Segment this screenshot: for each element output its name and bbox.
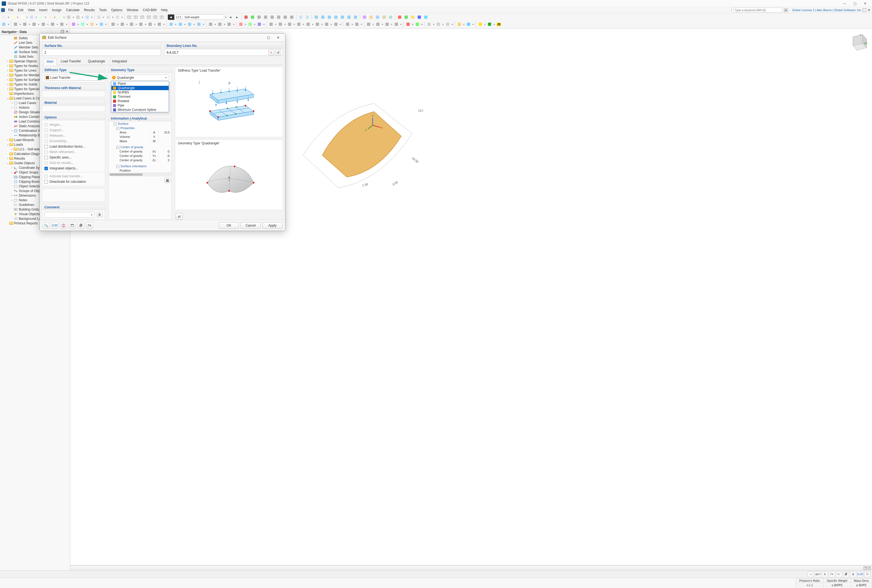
menu-options[interactable]: Options	[109, 8, 125, 12]
toolbar-button[interactable]	[110, 21, 116, 27]
toolbar-button[interactable]	[416, 14, 422, 20]
toolbar-button[interactable]	[217, 21, 223, 27]
toolbar-button[interactable]	[388, 14, 394, 20]
maximize-button[interactable]: ▢	[849, 0, 860, 7]
toolbar-button[interactable]	[226, 21, 232, 27]
menu-tools[interactable]: Tools	[97, 8, 109, 12]
toolbar-button[interactable]	[426, 21, 432, 27]
toolbar-button[interactable]	[313, 14, 319, 20]
toolbar-button[interactable]	[84, 14, 90, 20]
btm-btn-8[interactable]: 0,00	[857, 572, 863, 577]
toolbar-button[interactable]	[269, 14, 275, 20]
navigator-float-icon[interactable]: ❐	[61, 30, 64, 33]
toolbar-button[interactable]	[12, 21, 18, 27]
toolbar-button[interactable]	[177, 21, 183, 27]
toolbar-button[interactable]	[247, 21, 253, 27]
toolbar-button[interactable]	[56, 14, 62, 20]
menu-calculate[interactable]: Calculate	[64, 8, 82, 12]
toolbar-button[interactable]	[296, 21, 302, 27]
toolbar-button[interactable]	[238, 21, 244, 27]
toolbar-button[interactable]	[50, 21, 56, 27]
toolbar-button[interactable]	[282, 14, 288, 20]
dialog-close-button[interactable]: ✕	[273, 34, 283, 41]
toolbar-button[interactable]	[38, 14, 44, 20]
minimize-button[interactable]: —	[839, 0, 849, 7]
toolbar-button[interactable]	[381, 14, 387, 20]
toolbar-button[interactable]	[324, 21, 330, 27]
toolbar-button[interactable]	[98, 21, 104, 27]
geometry-option-rotated[interactable]: Rotated	[111, 99, 169, 103]
geometry-type-dropdown[interactable]: PlaneQuadrangleNURBSTrimmedRotatedPipeMi…	[111, 81, 169, 112]
toolbar-button[interactable]	[156, 21, 162, 27]
toolbar-button[interactable]	[326, 14, 332, 20]
toolbar-button[interactable]	[410, 14, 416, 20]
toolbar-button[interactable]	[243, 14, 249, 20]
foot-icon-3[interactable]	[60, 222, 67, 229]
toolbar-button[interactable]	[196, 21, 202, 27]
menu-file[interactable]: File	[6, 8, 15, 12]
btm-btn-9[interactable]: 🗩	[864, 572, 870, 577]
loadcase-combo[interactable]: Self-weight	[183, 14, 224, 20]
dialog-titlebar[interactable]: Edit Surface ▢ ✕	[40, 33, 285, 42]
toolbar-button[interactable]	[256, 14, 262, 20]
toolbar-button[interactable]	[277, 21, 283, 27]
toolbar-button[interactable]	[133, 14, 139, 20]
toolbar-button[interactable]	[207, 21, 213, 27]
btm-btn-4[interactable]: f✕	[829, 572, 835, 577]
toolbar-button[interactable]	[66, 14, 72, 20]
toolbar-button[interactable]	[47, 14, 53, 20]
toolbar-button[interactable]	[305, 21, 311, 27]
stiffness-type-combo[interactable]: Load Transfer ▾	[44, 75, 103, 81]
toolbar-button[interactable]	[477, 21, 483, 27]
toolbar-button[interactable]	[89, 21, 95, 27]
foot-icon-4[interactable]: 🗔	[69, 222, 76, 229]
mdi-restore-icon[interactable]	[863, 9, 866, 12]
toolbar-button[interactable]	[423, 14, 429, 20]
toolbar-button[interactable]	[366, 21, 372, 27]
toolbar-button[interactable]	[465, 21, 471, 27]
toolbar-button[interactable]	[339, 14, 345, 20]
toolbar-button[interactable]	[414, 21, 420, 27]
toolbar-button[interactable]	[40, 21, 46, 27]
toolbar-button[interactable]	[29, 14, 35, 20]
apply-button[interactable]: Apply	[262, 222, 282, 229]
toolbar-button[interactable]	[362, 14, 368, 20]
toolbar-button[interactable]	[96, 14, 102, 20]
navigator-close-icon[interactable]: ✕	[65, 30, 69, 33]
tab-integrated[interactable]: Integrated	[109, 58, 130, 65]
toolbar-button[interactable]	[138, 21, 144, 27]
toolbar-button[interactable]	[289, 14, 295, 20]
tab-main[interactable]: Main	[44, 58, 57, 65]
toolbar-nav[interactable]: ◂	[227, 14, 233, 20]
geometry-option-plane[interactable]: Plane	[111, 81, 169, 86]
info-table-icon[interactable]: ▦	[164, 178, 170, 183]
btm-btn-6[interactable]: 🗐	[843, 572, 849, 577]
btm-btn-2[interactable]: ab=	[815, 572, 821, 577]
toolbar-button[interactable]	[168, 21, 174, 27]
tab-load-transfer[interactable]: Load Transfer	[58, 58, 84, 65]
toolbar-button[interactable]	[187, 21, 193, 27]
geometry-option-minimum-curvature-spline[interactable]: Minimum Curvature Spline	[111, 108, 169, 112]
menu-help[interactable]: Help	[159, 8, 170, 12]
toolbar-button[interactable]	[1, 14, 7, 20]
boundary-reset-icon[interactable]: ↺	[275, 50, 281, 55]
option-load-distribution-factor[interactable]: Load distribution factor...	[44, 144, 103, 149]
btm-btn-5[interactable]: f✓	[836, 572, 842, 577]
toolbar-nav[interactable]: ▸	[234, 14, 240, 20]
geometry-option-nurbs[interactable]: NURBS	[111, 90, 169, 94]
toolbar-button[interactable]	[31, 21, 37, 27]
toolbar-button[interactable]	[10, 14, 16, 20]
geometry-option-quadrangle[interactable]: Quadrangle	[111, 86, 169, 90]
btm-btn-7[interactable]: 🗎	[850, 572, 856, 577]
tab-quadrangle[interactable]: Quadrangle	[85, 58, 108, 65]
toolbar-button[interactable]	[298, 14, 304, 20]
toolbar-button[interactable]	[146, 14, 152, 20]
foot-icon-fx[interactable]: f✕	[86, 222, 93, 229]
menu-window[interactable]: Window	[125, 8, 141, 12]
preview-link-icon[interactable]: ⇄	[176, 213, 183, 220]
toolbar-button[interactable]	[314, 21, 320, 27]
units-icon[interactable]: 0,00	[51, 222, 58, 229]
toolbar-button[interactable]	[403, 14, 409, 20]
toolbar-button[interactable]	[22, 21, 28, 27]
js-badge[interactable]: JS	[496, 21, 502, 27]
